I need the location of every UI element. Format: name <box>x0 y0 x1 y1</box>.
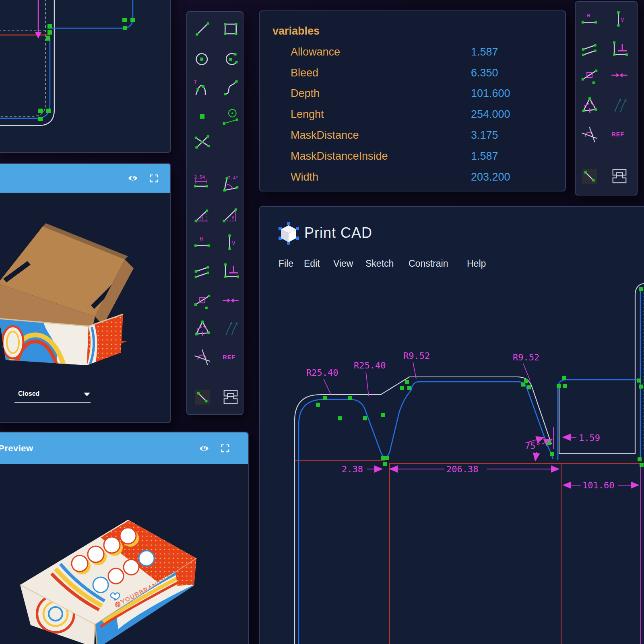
constraint-midpoint-button[interactable] <box>193 291 212 310</box>
tool-spline-button[interactable] <box>221 78 240 97</box>
constraint-horizontal-button[interactable] <box>580 9 599 29</box>
preview-open-panel: Closed <box>0 163 171 423</box>
variable-name: Lenght <box>291 108 324 121</box>
tool-trim-button[interactable] <box>193 132 212 151</box>
preview-title: Preview <box>0 443 33 454</box>
constraint-tangent-button[interactable] <box>580 124 599 144</box>
constraint-symmetric-button[interactable] <box>610 96 629 115</box>
constraint-toolbar-panel <box>575 1 638 195</box>
tool-line-button[interactable] <box>193 19 212 39</box>
svg-text:R9.52: R9.52 <box>403 351 430 361</box>
fullscreen-button[interactable] <box>220 443 230 454</box>
visibility-toggle-button[interactable] <box>128 173 138 183</box>
svg-text:R25.40: R25.40 <box>354 360 386 370</box>
construction-line-toggle[interactable] <box>580 167 599 186</box>
tool-extrude-button[interactable] <box>221 387 240 407</box>
variables-title: variables <box>272 25 320 37</box>
variable-value[interactable]: 101.600 <box>471 87 510 100</box>
box-state-dropdown[interactable]: Closed <box>18 390 39 397</box>
cad-drawing-canvas[interactable]: 2.38 206.38 101.60 1.59 75° R25.40 R25.4… <box>261 208 644 644</box>
variable-value[interactable]: 1.587 <box>471 46 498 58</box>
sketch-toolbar-panel <box>186 11 244 415</box>
variable-value[interactable]: 203.200 <box>471 171 510 183</box>
constraint-coincident-button[interactable] <box>610 66 629 85</box>
variable-value[interactable]: 1.587 <box>471 150 498 163</box>
variables-panel: variables Allowance1.587 Bleed6.350 Dept… <box>259 10 566 191</box>
tool-point-button[interactable] <box>193 107 212 126</box>
svg-text:2.38: 2.38 <box>342 464 363 474</box>
constraint-vertical-button[interactable] <box>610 9 629 29</box>
svg-text:R25.40: R25.40 <box>306 368 338 378</box>
fullscreen-button[interactable] <box>149 173 159 183</box>
svg-text:206.38: 206.38 <box>446 464 478 474</box>
preview-closed-panel: Preview <box>0 432 249 644</box>
constraint-symmetric-button[interactable] <box>221 319 240 338</box>
svg-text:101.60: 101.60 <box>582 480 614 490</box>
open-box-render <box>0 193 170 382</box>
dimension-linear-button[interactable] <box>193 174 212 193</box>
constraint-tangent-button[interactable] <box>193 347 212 366</box>
svg-text:75°: 75° <box>525 441 541 451</box>
variable-name: MaskDistanceInside <box>291 150 388 163</box>
variable-name: Bleed <box>291 67 318 79</box>
sketch-fragment-panel <box>0 0 171 153</box>
preview-closed-header: Preview <box>0 432 248 464</box>
variable-row[interactable]: Lenght254.000 <box>260 108 565 124</box>
variable-row[interactable]: Bleed6.350 <box>260 67 565 83</box>
tool-tangent-circle-button[interactable] <box>221 107 240 126</box>
constraint-parallel-button[interactable] <box>580 39 599 59</box>
dimension-angle-button[interactable] <box>221 174 240 193</box>
constraint-equal-button[interactable] <box>580 96 599 115</box>
constraint-horizontal-button[interactable] <box>193 232 212 252</box>
svg-text:1.59: 1.59 <box>579 433 600 443</box>
variable-value[interactable]: 3.175 <box>471 129 498 142</box>
tool-extrude-button[interactable] <box>610 167 629 186</box>
variable-name: MaskDistance <box>291 129 359 142</box>
dimension-horizontal-button[interactable] <box>193 205 212 224</box>
printcad-window: Print CAD File Edit View Sketch Constrai… <box>259 206 644 644</box>
variable-row[interactable]: Width203.200 <box>260 171 565 187</box>
variable-name: Width <box>291 171 318 183</box>
constraint-equal-button[interactable] <box>193 319 212 338</box>
variable-row[interactable]: MaskDistance3.175 <box>260 129 565 145</box>
sketch-fragment-canvas[interactable] <box>0 0 170 152</box>
dimension-vertical-button[interactable] <box>221 205 240 224</box>
variable-name: Depth <box>291 87 320 100</box>
constraint-coincident-button[interactable] <box>221 291 240 310</box>
tool-text-spline-button[interactable] <box>193 78 212 97</box>
chevron-down-icon <box>84 393 90 396</box>
svg-text:f: f <box>154 611 159 618</box>
variable-value[interactable]: 6.350 <box>471 67 498 79</box>
constraint-reference-button[interactable] <box>610 124 629 144</box>
constraint-perpendicular-button[interactable] <box>221 261 240 281</box>
box-state-label: Closed <box>18 390 39 397</box>
constraint-perpendicular-button[interactable] <box>610 39 629 59</box>
variable-row[interactable]: MaskDistanceInside1.587 <box>260 150 565 166</box>
visibility-toggle-button[interactable] <box>199 443 209 454</box>
constraint-parallel-button[interactable] <box>193 261 212 281</box>
svg-text:R9.52: R9.52 <box>513 352 539 362</box>
variable-value[interactable]: 254.000 <box>471 108 510 121</box>
preview-open-header <box>0 164 170 193</box>
svg-text:X: X <box>171 599 178 607</box>
tool-rectangle-button[interactable] <box>221 19 240 39</box>
variable-row[interactable]: Depth101.600 <box>260 87 565 103</box>
dropdown-underline <box>14 402 91 403</box>
constraint-reference-button[interactable] <box>221 347 240 366</box>
variable-row[interactable]: Allowance1.587 <box>260 46 565 62</box>
variable-name: Allowance <box>291 46 340 58</box>
tool-arc-button[interactable] <box>221 49 240 69</box>
constraint-midpoint-button[interactable] <box>580 66 599 85</box>
constraint-vertical-button[interactable] <box>221 232 240 252</box>
closed-box-render: @YOURBRANDNAME f X <box>0 464 248 644</box>
construction-line-toggle[interactable] <box>193 387 212 407</box>
tool-circle-button[interactable] <box>193 49 212 69</box>
